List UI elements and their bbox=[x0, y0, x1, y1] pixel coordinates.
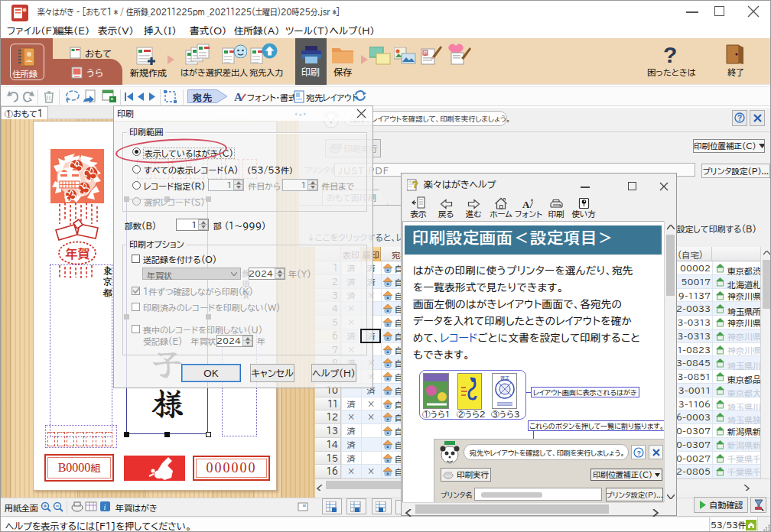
svg-text:?: ? bbox=[636, 449, 641, 456]
svg-text:A: A bbox=[234, 91, 242, 103]
svg-text:A: A bbox=[522, 199, 530, 209]
svg-text:?: ? bbox=[412, 180, 418, 190]
svg-text:賀正: 賀正 bbox=[500, 376, 509, 381]
svg-text:年賀: 年賀 bbox=[66, 248, 90, 260]
svg-text:i: i bbox=[104, 503, 106, 511]
svg-text:?: ? bbox=[737, 114, 742, 122]
